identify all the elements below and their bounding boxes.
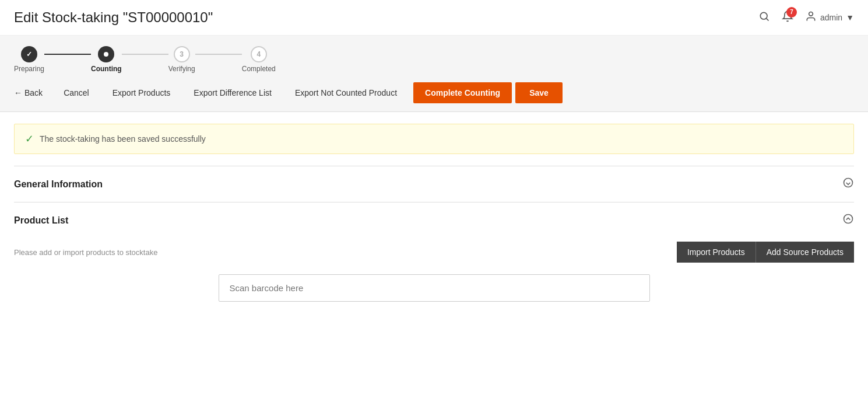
svg-point-3	[104, 52, 108, 57]
product-list-title: Product List	[14, 215, 68, 226]
success-message: The stock-taking has been saved successf…	[40, 134, 206, 144]
user-menu[interactable]: admin ▼	[805, 11, 854, 25]
arrow-left-icon: ←	[14, 88, 22, 97]
complete-counting-button[interactable]: Complete Counting	[413, 82, 512, 103]
save-button[interactable]: Save	[515, 82, 563, 103]
workflow-actions: ← Back Cancel Export Products Export Dif…	[14, 82, 854, 111]
product-buttons: Import Products Add Source Products	[677, 242, 854, 263]
search-icon	[758, 11, 770, 22]
step-counting: Counting	[91, 46, 122, 73]
main-content: ✓ The stock-taking has been saved succes…	[0, 124, 868, 312]
notification-bell[interactable]: 7	[782, 11, 793, 25]
svg-point-2	[809, 12, 813, 16]
add-source-products-button[interactable]: Add Source Products	[755, 242, 854, 263]
search-button[interactable]	[758, 11, 770, 25]
barcode-input[interactable]	[219, 274, 650, 302]
connector-1	[44, 54, 91, 55]
step-label-1: Preparing	[14, 65, 44, 73]
step-completed: 4 Completed	[242, 46, 276, 73]
product-actions-row: Please add or import products to stockta…	[14, 242, 854, 263]
svg-point-0	[760, 12, 767, 19]
connector-2	[122, 54, 168, 55]
export-products-button[interactable]: Export Products	[101, 88, 182, 97]
step-label-3: Verifying	[168, 65, 195, 73]
step-circle-1: ✓	[21, 46, 37, 62]
product-list-section: Product List Please add or import produc…	[14, 202, 854, 312]
product-hint: Please add or import products to stockta…	[14, 248, 157, 257]
check-icon: ✓	[25, 132, 34, 145]
step-preparing: ✓ Preparing	[14, 46, 44, 73]
page-title: Edit Stock-taking "ST00000010"	[14, 9, 213, 26]
step-circle-4: 4	[251, 46, 267, 62]
user-icon	[805, 11, 817, 25]
chevron-down-icon	[842, 177, 854, 191]
topbar-actions: 7 admin ▼	[758, 11, 854, 25]
success-banner: ✓ The stock-taking has been saved succes…	[14, 124, 854, 154]
step-label-2: Counting	[91, 65, 122, 73]
step-label-4: Completed	[242, 65, 276, 73]
svg-line-1	[767, 18, 769, 20]
svg-point-4	[844, 179, 853, 187]
connector-3	[195, 54, 242, 55]
workflow-bar: ✓ Preparing Counting 3 Verifying 4 Compl…	[0, 36, 868, 112]
topbar: Edit Stock-taking "ST00000010" 7 admin ▼	[0, 0, 868, 36]
general-info-title: General Information	[14, 179, 103, 190]
chevron-down-icon: ▼	[846, 13, 854, 22]
back-button[interactable]: ← Back	[14, 88, 52, 97]
svg-point-5	[844, 215, 853, 224]
step-verifying: 3 Verifying	[168, 46, 195, 73]
barcode-input-wrapper	[219, 274, 650, 302]
chevron-up-icon	[842, 213, 854, 228]
step-circle-2	[98, 46, 114, 62]
step-circle-3: 3	[174, 46, 190, 62]
user-label: admin	[820, 13, 842, 22]
general-information-section[interactable]: General Information	[14, 166, 854, 202]
export-not-counted-button[interactable]: Export Not Counted Product	[283, 88, 409, 97]
product-list-header[interactable]: Product List	[14, 213, 854, 228]
cancel-button[interactable]: Cancel	[52, 88, 101, 97]
workflow-steps: ✓ Preparing Counting 3 Verifying 4 Compl…	[14, 46, 854, 73]
import-products-button[interactable]: Import Products	[677, 242, 755, 263]
notification-badge: 7	[786, 7, 797, 18]
export-difference-button[interactable]: Export Difference List	[182, 88, 283, 97]
